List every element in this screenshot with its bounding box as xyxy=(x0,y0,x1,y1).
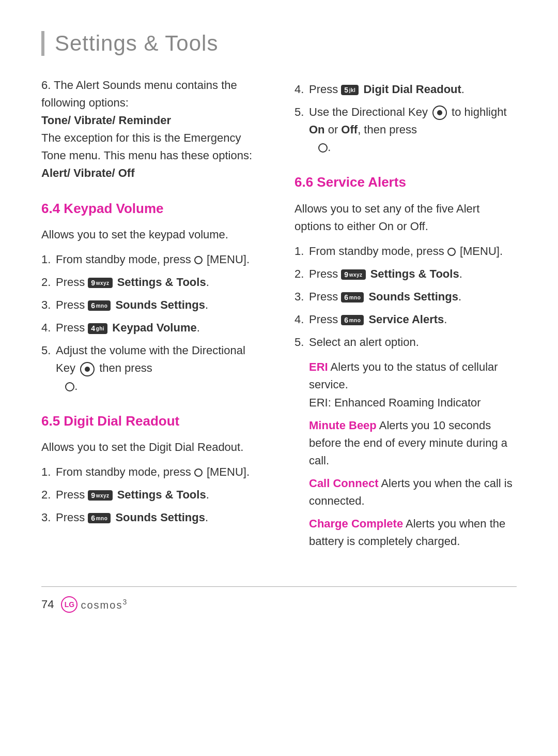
menu-circle-icon-3 xyxy=(447,248,456,256)
section-66-steps: 1. From standby mode, press [MENU]. 2. P… xyxy=(295,243,517,351)
step-65-1: 1. From standby mode, press [MENU]. xyxy=(41,463,264,481)
press-circle-icon-2 xyxy=(318,143,328,153)
cosmos-text: cosmos3 xyxy=(81,598,128,611)
page: Settings & Tools 6. The Alert Sounds men… xyxy=(0,0,558,756)
charge-complete-label: Charge Complete xyxy=(309,517,403,530)
alert-charge-complete: Charge Complete Alerts you when the batt… xyxy=(295,515,517,550)
step-65-4: 4. Press 5jkl Digit Dial Readout. xyxy=(295,81,517,98)
key-6-badge-b: 6mno xyxy=(88,513,111,523)
left-column: 6. The Alert Sounds menu contains the fo… xyxy=(41,77,264,555)
key-6-badge-c: 6mno xyxy=(341,292,364,303)
intro-bold1: Tone/ Vibrate/ Reminder xyxy=(41,114,171,127)
section-65-continued-steps: 4. Press 5jkl Digit Dial Readout. 5. Use… xyxy=(295,81,517,156)
key-9-badge: 9wxyz xyxy=(88,278,112,288)
lg-logo: LG cosmos3 xyxy=(61,596,128,613)
section-65-desc: Allows you to set the Digit Dial Readout… xyxy=(41,439,264,456)
page-number: 74 xyxy=(41,598,54,611)
menu-circle-icon-2 xyxy=(194,468,203,477)
alert-eri: ERI Alerts you to the status of cellular… xyxy=(295,358,517,411)
lg-circle-icon: LG xyxy=(61,596,78,613)
key-4-badge: 4ghi xyxy=(88,323,107,334)
right-column: 4. Press 5jkl Digit Dial Readout. 5. Use… xyxy=(295,77,517,555)
cosmos-super: 3 xyxy=(122,598,128,606)
step-64-1: 1. From standby mode, press [MENU]. xyxy=(41,251,264,268)
step-66-4: 4. Press 6mno Service Alerts. xyxy=(295,311,517,328)
section-66-heading: 6.6 Service Alerts xyxy=(295,172,517,192)
minute-beep-label: Minute Beep xyxy=(309,419,377,432)
key-5-badge: 5jkl xyxy=(341,85,359,95)
section-65-steps: 1. From standby mode, press [MENU]. 2. P… xyxy=(41,463,264,526)
key-9-badge-3: 9wxyz xyxy=(341,269,365,280)
intro-step6: 6. The Alert Sounds menu contains the fo… xyxy=(41,77,264,183)
section-64-steps: 1. From standby mode, press [MENU]. 2. P… xyxy=(41,251,264,395)
key-6-badge-d: 6mno xyxy=(341,315,364,325)
menu-circle-icon xyxy=(194,256,203,264)
directional-key-icon-2 xyxy=(432,105,447,120)
step-65-2: 2. Press 9wxyz Settings & Tools. xyxy=(41,486,264,504)
section-65-heading: 6.5 Digit Dial Readout xyxy=(41,411,264,431)
intro-step6-text: 6. The Alert Sounds menu contains the fo… xyxy=(41,79,237,109)
eri-label: ERI xyxy=(309,360,328,373)
section-64-desc: Allows you to set the keypad volume. xyxy=(41,226,264,244)
alert-minute-beep: Minute Beep Alerts you 10 seconds before… xyxy=(295,417,517,470)
section-66-desc: Allows you to set any of the five Alert … xyxy=(295,200,517,235)
step-66-2: 2. Press 9wxyz Settings & Tools. xyxy=(295,265,517,283)
intro-bold2: Alert/ Vibrate/ Off xyxy=(41,167,135,179)
footer: 74 LG cosmos3 xyxy=(41,586,517,613)
call-connect-label: Call Connect xyxy=(309,477,378,490)
step-64-5: 5. Adjust the volume with the Directiona… xyxy=(41,342,264,395)
press-circle-icon xyxy=(65,382,74,391)
step-65-5: 5. Use the Directional Key to highlight … xyxy=(295,103,517,156)
key-6-badge-a: 6mno xyxy=(88,300,111,311)
step-65-3: 3. Press 6mno Sounds Settings. xyxy=(41,509,264,526)
step-64-2: 2. Press 9wxyz Settings & Tools. xyxy=(41,274,264,291)
step-64-4: 4. Press 4ghi Keypad Volume. xyxy=(41,319,264,337)
step-64-3: 3. Press 6mno Sounds Settings. xyxy=(41,296,264,314)
intro-text1: The exception for this is the Emergency … xyxy=(41,131,252,162)
step-66-1: 1. From standby mode, press [MENU]. xyxy=(295,243,517,260)
eri-subtext: ERI: Enhanced Roaming Indicator xyxy=(309,396,481,409)
step-66-5: 5. Select an alert option. xyxy=(295,334,517,351)
directional-key-icon xyxy=(80,362,95,376)
page-title: Settings & Tools xyxy=(41,31,517,56)
section-64-heading: 6.4 Keypad Volume xyxy=(41,198,264,219)
key-9-badge-2: 9wxyz xyxy=(88,490,112,501)
step-66-3: 3. Press 6mno Sounds Settings. xyxy=(295,288,517,306)
eri-text: Alerts you to the status of cellular ser… xyxy=(309,360,498,391)
alert-call-connect: Call Connect Alerts you when the call is… xyxy=(295,475,517,510)
content-columns: 6. The Alert Sounds menu contains the fo… xyxy=(41,77,517,555)
